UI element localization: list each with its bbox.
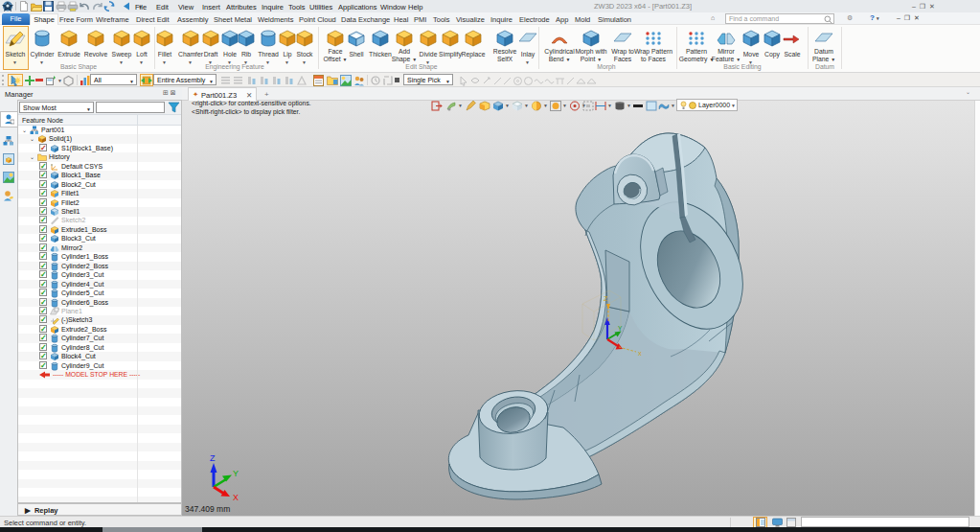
- svg-text:Y: Y: [618, 325, 623, 332]
- svg-text:Z: Z: [604, 294, 608, 303]
- svg-text:Z: Z: [210, 453, 216, 463]
- svg-text:x: x: [638, 349, 642, 358]
- svg-text:X: X: [233, 493, 239, 502]
- svg-text:Y: Y: [233, 469, 239, 478]
